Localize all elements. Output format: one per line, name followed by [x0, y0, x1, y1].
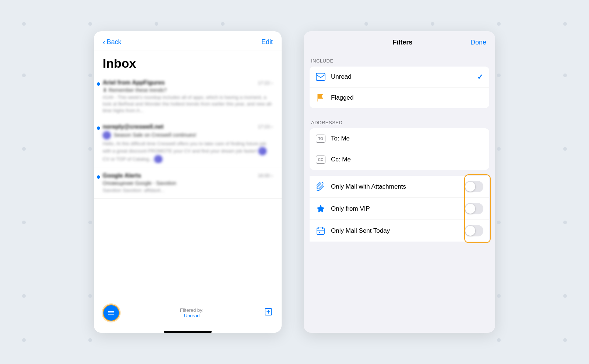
list-item[interactable]: Ariel from AppFigures 17:22 › ⬇ Remember…: [94, 75, 282, 119]
email-sender: Google Alerts: [103, 172, 141, 179]
email-preview: Savotion Savotion: affidavit...: [103, 187, 273, 194]
today-label: Only Mail Sent Today: [331, 227, 459, 235]
email-subject: C Season Sale on Creswell continues!: [103, 131, 273, 139]
email-badge-3: C: [154, 155, 162, 163]
include-section-label: INCLUDE: [304, 52, 495, 67]
flagged-label: Flagged: [331, 94, 483, 101]
filtered-by-value: Unread: [180, 313, 204, 318]
done-button[interactable]: Done: [470, 39, 486, 46]
filter-row-cc-me[interactable]: CC Cc: Me: [310, 149, 489, 170]
filter-row-flagged[interactable]: Flagged: [310, 88, 489, 108]
toggles-group: Only Mail with Attachments Only from VIP: [310, 176, 489, 242]
email-row: noreply@creswell.net 17:23 ›: [103, 124, 273, 130]
back-button[interactable]: ‹ Back: [103, 38, 121, 46]
unread-dot: [97, 82, 100, 86]
unread-dot: [97, 175, 100, 179]
calendar-icon: [315, 226, 326, 236]
filter-row-unread[interactable]: Unread ✓: [310, 67, 489, 88]
cc-icon: CC: [315, 154, 326, 165]
email-preview: #144 - This week's roundup includes all …: [103, 94, 273, 114]
addressed-group: TO To: Me CC Cc: Me: [310, 128, 489, 170]
attachments-toggle[interactable]: [465, 181, 483, 192]
to-me-label: To: Me: [331, 135, 483, 142]
unread-checkmark: ✓: [477, 72, 483, 81]
filter-row-today[interactable]: Only Mail Sent Today: [310, 220, 489, 242]
email-time: 16:00 ›: [258, 173, 273, 178]
email-badge-2: C: [258, 147, 267, 155]
edit-button[interactable]: Edit: [261, 38, 273, 46]
list-item[interactable]: noreply@creswell.net 17:23 › C Season Sa…: [94, 119, 282, 168]
vip-toggle[interactable]: [465, 203, 483, 214]
email-row: Ariel from AppFigures 17:22 ›: [103, 79, 273, 86]
flag-icon: [315, 93, 326, 103]
email-sender: noreply@creswell.net: [103, 124, 163, 130]
filter-icon: [107, 309, 115, 317]
email-subject: ⬇ Remember these trends?: [103, 87, 273, 93]
unread-label: Unread: [331, 73, 472, 81]
filtered-by-label: Filtered by:: [180, 307, 204, 313]
unread-dot: [97, 126, 100, 130]
svg-rect-4: [316, 73, 325, 81]
addressed-section-label: ADDRESSED: [304, 114, 495, 128]
svg-rect-9: [319, 232, 320, 233]
filter-row-attachments[interactable]: Only Mail with Attachments: [310, 176, 489, 198]
svg-rect-5: [317, 228, 324, 235]
toggle-thumb: [465, 226, 475, 236]
envelope-icon: [315, 72, 326, 82]
back-chevron-icon: ‹: [103, 38, 105, 46]
today-toggle[interactable]: [465, 225, 483, 236]
back-label: Back: [107, 38, 121, 46]
toggle-thumb: [465, 182, 475, 192]
compose-icon: [264, 307, 273, 316]
inbox-panel: ‹ Back Edit Inbox Ariel from AppFigures …: [94, 31, 282, 333]
email-time: 17:23 ›: [258, 124, 273, 129]
cc-me-label: Cc: Me: [331, 156, 483, 163]
email-row: Google Alerts 16:00 ›: [103, 172, 273, 179]
email-sender: Ariel from AppFigures: [103, 79, 165, 86]
toggle-thumb: [465, 204, 475, 214]
compose-button[interactable]: [264, 307, 273, 318]
email-subject: Оповещение Google - Savotion: [103, 180, 273, 186]
filter-row-vip[interactable]: Only from VIP: [310, 198, 489, 220]
email-time: 17:22 ›: [258, 80, 273, 86]
include-group: Unread ✓ Flagged: [310, 67, 489, 108]
vip-label: Only from VIP: [331, 205, 459, 213]
list-item[interactable]: Google Alerts 16:00 › Оповещение Google …: [94, 168, 282, 199]
to-icon: TO: [315, 133, 326, 144]
background-dots: [0, 0, 589, 364]
filter-fab-button[interactable]: [103, 304, 120, 321]
filtered-by-status: Filtered by: Unread: [180, 307, 204, 318]
email-list: Ariel from AppFigures 17:22 › ⬇ Remember…: [94, 75, 282, 299]
filter-row-to-me[interactable]: TO To: Me: [310, 128, 489, 149]
filters-header: Filters Done: [304, 31, 495, 52]
star-icon: [315, 204, 326, 214]
filters-panel: Filters Done INCLUDE Unread ✓ Flagged: [304, 31, 495, 333]
filters-title: Filters: [392, 39, 412, 46]
email-badge: C: [103, 131, 111, 139]
attachments-label: Only Mail with Attachments: [331, 183, 459, 190]
inbox-title: Inbox: [94, 50, 282, 75]
phone-footer: Filtered by: Unread: [94, 299, 282, 329]
email-preview: Hello, At this difficult time Creswell o…: [103, 140, 273, 163]
phone-header: ‹ Back Edit: [94, 31, 282, 50]
home-indicator: [164, 331, 212, 333]
paperclip-icon: [315, 182, 326, 192]
